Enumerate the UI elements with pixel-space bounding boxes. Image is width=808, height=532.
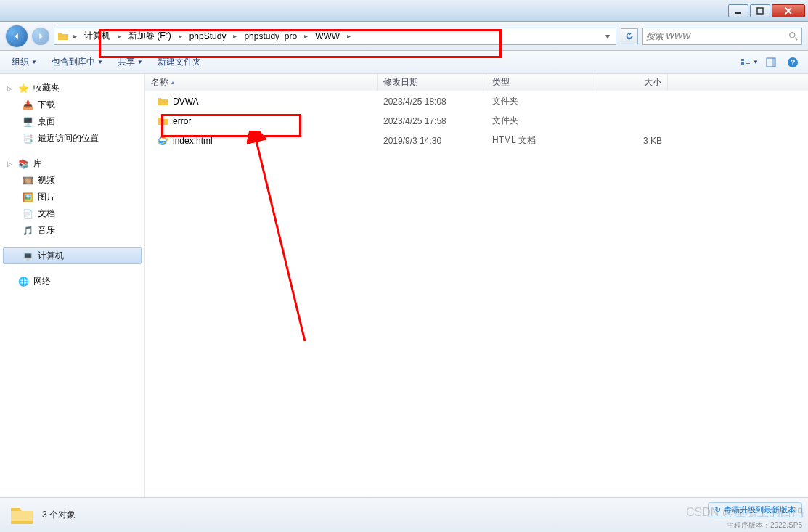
file-date: 2023/4/25 18:08 <box>378 94 486 109</box>
sidebar-favorites[interactable]: ▷⭐收藏夹 <box>3 80 142 97</box>
sidebar-item-computer[interactable]: 💻计算机 <box>3 247 142 264</box>
organize-menu[interactable]: 组织▼ <box>6 53 43 71</box>
network-icon: 🌐 <box>17 276 29 287</box>
svg-text:?: ? <box>791 58 796 67</box>
file-row-index[interactable]: index.html 2019/9/3 14:30 HTML 文档 3 KB <box>145 131 808 150</box>
file-name: index.html <box>173 136 213 146</box>
minimize-button[interactable] <box>728 4 748 17</box>
file-size <box>595 94 668 109</box>
breadcrumb-computer[interactable]: 计算机 <box>81 30 113 42</box>
refresh-icon: ↻ <box>714 505 721 515</box>
breadcrumb-phpstudy[interactable]: phpStudy <box>187 31 229 41</box>
document-icon: 📄 <box>22 208 33 220</box>
breadcrumb-drive[interactable]: 新加卷 (E:) <box>126 30 174 42</box>
address-bar[interactable]: ▸ 计算机 ▸ 新加卷 (E:) ▸ phpStudy ▸ phpstudy_p… <box>54 28 616 45</box>
search-box[interactable] <box>642 28 802 45</box>
file-size <box>595 113 668 128</box>
new-folder-button[interactable]: 新建文件夹 <box>152 53 207 71</box>
sidebar-item-videos[interactable]: 🎞️视频 <box>3 172 142 189</box>
chevron-right-icon[interactable]: ▸ <box>346 32 352 40</box>
window-controls <box>728 4 805 17</box>
file-name: error <box>173 116 191 126</box>
file-name: DVWA <box>173 97 199 107</box>
star-icon: ⭐ <box>17 83 29 94</box>
file-date: 2023/4/25 17:58 <box>378 113 486 128</box>
back-button[interactable] <box>6 25 28 47</box>
svg-rect-6 <box>746 63 750 64</box>
column-header-date[interactable]: 修改日期 <box>378 74 486 91</box>
upgrade-notice[interactable]: ↻毒霸升级到最新版本 <box>708 502 802 517</box>
search-input[interactable] <box>646 31 785 41</box>
music-icon: 🎵 <box>22 225 33 237</box>
file-row-dvwa[interactable]: DVWA 2023/4/25 18:08 文件夹 <box>145 91 808 111</box>
address-row: ▸ 计算机 ▸ 新加卷 (E:) ▸ phpStudy ▸ phpstudy_p… <box>0 22 808 51</box>
status-text: 3 个对象 <box>42 509 76 521</box>
toolbar: 组织▼ 包含到库中▼ 共享▼ 新建文件夹 ▼ ? <box>0 51 808 74</box>
folder-icon <box>57 30 69 42</box>
sidebar-item-pictures[interactable]: 🖼️图片 <box>3 189 142 205</box>
svg-rect-4 <box>741 62 744 65</box>
file-size: 3 KB <box>595 133 668 148</box>
include-in-library-menu[interactable]: 包含到库中▼ <box>46 53 109 71</box>
forward-button[interactable] <box>32 28 49 45</box>
svg-rect-0 <box>735 12 741 14</box>
svg-rect-3 <box>741 59 744 61</box>
file-list-pane: 名称▴ 修改日期 类型 大小 DVWA 2023/4/25 18:08 文件夹 … <box>145 74 808 497</box>
ie-icon <box>157 135 168 147</box>
file-type: 文件夹 <box>486 94 595 109</box>
sidebar-libraries[interactable]: ▷📚库 <box>3 155 142 172</box>
folder-icon <box>157 96 168 107</box>
close-button[interactable] <box>772 4 805 17</box>
column-header-name[interactable]: 名称▴ <box>145 74 378 91</box>
library-icon: 📚 <box>17 158 29 170</box>
svg-rect-1 <box>757 8 763 14</box>
refresh-button[interactable] <box>621 28 638 44</box>
sort-ascending-icon: ▴ <box>171 79 174 86</box>
version-label: 主程序版本：2022.SP5 <box>727 520 802 531</box>
status-bar: 3 个对象 ↻毒霸升级到最新版本 主程序版本：2022.SP5 <box>0 497 808 532</box>
chevron-right-icon[interactable]: ▸ <box>116 32 123 40</box>
chevron-right-icon[interactable]: ▸ <box>232 32 238 40</box>
breadcrumb-www[interactable]: WWW <box>312 31 343 41</box>
column-header-size[interactable]: 大小 <box>595 74 668 91</box>
sidebar-item-recent[interactable]: 📑最近访问的位置 <box>3 130 142 147</box>
main-area: ▷⭐收藏夹 📥下载 🖥️桌面 📑最近访问的位置 ▷📚库 🎞️视频 🖼️图片 📄文… <box>0 74 808 497</box>
svg-rect-8 <box>772 58 775 67</box>
file-row-error[interactable]: error 2023/4/25 17:58 文件夹 <box>145 111 808 131</box>
file-type: 文件夹 <box>486 113 595 128</box>
folder-icon <box>157 115 168 127</box>
desktop-icon: 🖥️ <box>22 116 33 128</box>
breadcrumb-phpstudy-pro[interactable]: phpstudy_pro <box>241 31 300 41</box>
navigation-pane: ▷⭐收藏夹 📥下载 🖥️桌面 📑最近访问的位置 ▷📚库 🎞️视频 🖼️图片 📄文… <box>0 74 145 497</box>
preview-pane-button[interactable] <box>762 54 780 70</box>
download-icon: 📥 <box>22 99 33 111</box>
window-titlebar <box>0 0 808 22</box>
help-button[interactable]: ? <box>783 54 802 70</box>
svg-point-2 <box>790 32 795 37</box>
picture-icon: 🖼️ <box>22 192 33 203</box>
chevron-right-icon[interactable]: ▸ <box>72 32 78 40</box>
video-icon: 🎞️ <box>22 175 33 187</box>
chevron-right-icon[interactable]: ▸ <box>177 32 184 40</box>
folder-icon <box>9 502 35 528</box>
column-headers: 名称▴ 修改日期 类型 大小 <box>145 74 808 91</box>
search-icon <box>788 31 799 41</box>
file-type: HTML 文档 <box>486 133 595 148</box>
sidebar-item-desktop[interactable]: 🖥️桌面 <box>3 113 142 130</box>
svg-rect-5 <box>746 60 750 60</box>
chevron-right-icon[interactable]: ▸ <box>303 32 309 40</box>
view-options-button[interactable]: ▼ <box>740 54 759 70</box>
column-header-type[interactable]: 类型 <box>486 74 595 91</box>
computer-icon: 💻 <box>22 250 33 262</box>
sidebar-item-downloads[interactable]: 📥下载 <box>3 97 142 113</box>
recent-icon: 📑 <box>22 133 33 144</box>
maximize-button[interactable] <box>750 4 770 17</box>
sidebar-item-music[interactable]: 🎵音乐 <box>3 222 142 239</box>
sidebar-item-documents[interactable]: 📄文档 <box>3 205 142 222</box>
address-dropdown[interactable]: ▾ <box>603 31 613 41</box>
sidebar-network[interactable]: 🌐网络 <box>3 273 142 290</box>
file-date: 2019/9/3 14:30 <box>378 133 486 148</box>
share-menu[interactable]: 共享▼ <box>112 53 149 71</box>
